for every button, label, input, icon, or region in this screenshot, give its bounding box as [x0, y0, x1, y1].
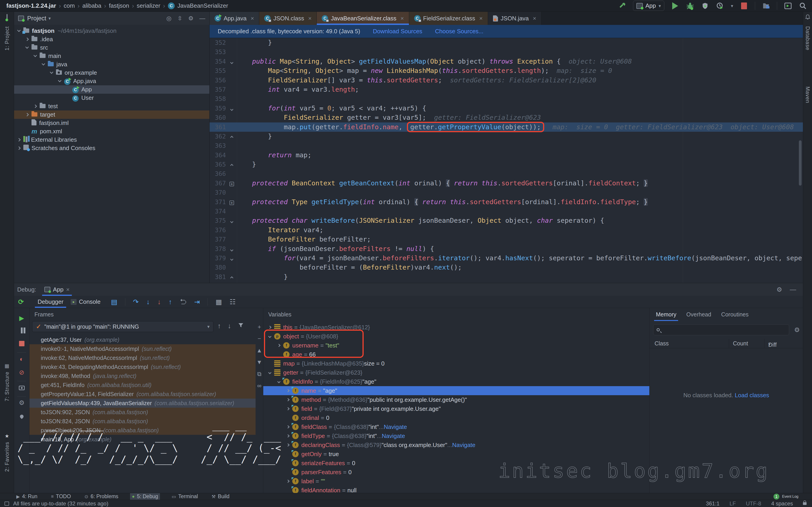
stack-frame[interactable]: invoke0:-1, NativeMethodAccessorImpl(sun…: [30, 344, 256, 353]
tree-item-app[interactable]: CApp: [14, 85, 209, 94]
line-number[interactable]: 370: [210, 188, 227, 197]
variable-row-serialzeFeatures[interactable]: fserialzeFeatures=0: [263, 459, 649, 468]
project-stripe-icon[interactable]: [7, 14, 7, 20]
breadcrumb-item[interactable]: serializer: [137, 2, 160, 9]
close-icon[interactable]: ×: [400, 15, 404, 22]
stop-icon[interactable]: [19, 341, 24, 348]
notifications-bell-icon[interactable]: [805, 14, 811, 21]
variable-row-age[interactable]: fage=66: [263, 350, 649, 359]
memory-settings-gear-icon[interactable]: ⚙: [794, 326, 800, 334]
chevron-icon[interactable]: [286, 434, 290, 438]
event-log-button[interactable]: 1 Event Log: [773, 494, 798, 500]
tree-item--idea[interactable]: .idea: [14, 35, 209, 44]
project-view-chevron-icon[interactable]: ▾: [48, 16, 51, 21]
view-breakpoints-icon[interactable]: ⊘: [19, 369, 24, 376]
line-number[interactable]: 367: [210, 179, 227, 188]
evaluate-expression-icon[interactable]: ▦: [215, 298, 222, 306]
column-class[interactable]: Class: [655, 340, 669, 347]
step-over-icon[interactable]: ↷: [133, 298, 139, 306]
fold-marker[interactable]: [227, 104, 236, 113]
line-number[interactable]: 354: [210, 57, 227, 66]
line-number[interactable]: 380: [210, 263, 227, 272]
chevron-icon[interactable]: [286, 443, 290, 447]
tab-overhead[interactable]: Overhead: [686, 311, 711, 318]
close-icon[interactable]: ×: [66, 286, 69, 293]
chevron-icon[interactable]: [42, 62, 45, 66]
status-window-icon[interactable]: [5, 502, 9, 506]
frame-down-icon[interactable]: ↓: [228, 322, 231, 330]
settings-sliders-icon[interactable]: ☷: [230, 298, 236, 306]
toolwindow-button-terminal[interactable]: ▭Terminal: [170, 493, 200, 500]
pin-tab-icon[interactable]: [20, 413, 23, 420]
build-hammer-icon[interactable]: [618, 2, 626, 10]
status-item[interactable]: LF: [729, 500, 736, 507]
tree-item-app-java[interactable]: CApp.java: [14, 77, 209, 85]
settings-gear-icon[interactable]: ⚙: [188, 15, 194, 22]
fold-marker[interactable]: +: [227, 179, 236, 188]
favorites-star-icon[interactable]: ★: [5, 433, 9, 439]
stack-frame[interactable]: toJSON:824, JSON(com.alibaba.fastjson): [30, 417, 256, 426]
chevron-icon[interactable]: [268, 326, 271, 329]
line-number[interactable]: 357: [210, 85, 227, 94]
breadcrumb-item[interactable]: fastjson-1.2.24.jar: [6, 2, 56, 9]
editor-scrollbar[interactable]: [799, 140, 802, 186]
line-number[interactable]: 360: [210, 113, 227, 122]
status-item[interactable]: 4 spaces: [771, 500, 793, 507]
settings-gear-icon[interactable]: ⚙: [776, 286, 782, 293]
chevron-icon[interactable]: [286, 389, 290, 392]
line-number[interactable]: 365: [210, 160, 227, 169]
line-number[interactable]: 353: [210, 47, 227, 57]
stack-frame[interactable]: getFieldValuesMap:439, JavaBeanSerialize…: [30, 399, 256, 408]
tree-item-fastjson-iml[interactable]: fastjson.iml: [14, 119, 209, 127]
line-number[interactable]: 363: [210, 141, 227, 150]
pause-icon[interactable]: [21, 328, 23, 335]
frame-up-icon[interactable]: ↑: [217, 322, 221, 330]
breadcrumb-item[interactable]: com: [64, 2, 75, 9]
stop-button[interactable]: [740, 2, 748, 10]
tab-debugger[interactable]: Debugger: [34, 296, 67, 308]
stack-frame[interactable]: main:10, App(org.example): [30, 435, 256, 444]
step-into-icon[interactable]: ↓: [146, 298, 150, 306]
chevron-icon[interactable]: [277, 380, 281, 383]
fold-marker[interactable]: [227, 132, 236, 142]
fold-marker[interactable]: [227, 245, 236, 254]
chevron-icon[interactable]: [277, 344, 281, 347]
project-panel-title[interactable]: Project: [27, 15, 46, 22]
fold-marker[interactable]: [227, 57, 236, 66]
run-button[interactable]: [671, 2, 679, 10]
variable-row-fieldAnnotation[interactable]: ffieldAnnotation=null: [263, 486, 649, 493]
variable-row-object[interactable]: pobject={User@608}: [263, 332, 649, 341]
step-out-icon[interactable]: ↑: [168, 298, 172, 306]
line-number[interactable]: 359: [210, 104, 227, 113]
line-number[interactable]: 364: [210, 151, 227, 160]
debugger-settings-gear-icon[interactable]: ⚙: [19, 399, 24, 406]
editor-tab[interactable]: CFieldSerializer.class×: [409, 12, 488, 25]
move-down-icon[interactable]: ▼: [256, 359, 262, 366]
fold-marker[interactable]: [227, 273, 236, 282]
variable-row-ordinal[interactable]: fordinal=0: [263, 413, 649, 422]
close-icon[interactable]: ×: [308, 15, 311, 22]
editor-tab[interactable]: JSON.java×: [488, 12, 542, 25]
tree-item-external-libraries[interactable]: External Libraries: [14, 135, 209, 144]
breadcrumb-item[interactable]: fastjson: [109, 2, 130, 9]
stack-frame[interactable]: toJSON:902, JSON(com.alibaba.fastjson): [30, 408, 256, 417]
line-number[interactable]: 377: [210, 235, 227, 244]
tree-item-user[interactable]: CUser: [14, 94, 209, 102]
run-to-cursor-icon[interactable]: ⇥: [194, 298, 200, 306]
remove-watch-icon[interactable]: −: [258, 335, 261, 342]
line-number[interactable]: 358: [210, 94, 227, 103]
sidebar-item-maven[interactable]: Maven: [805, 87, 811, 103]
toolwindow-button-build[interactable]: ⚒Build: [210, 493, 231, 500]
line-number[interactable]: 361: [210, 122, 227, 132]
resume-icon[interactable]: ▶: [19, 315, 24, 322]
variable-row-getOnly[interactable]: fgetOnly=true: [263, 450, 649, 459]
run-config-selector[interactable]: App ▾: [633, 1, 664, 11]
stack-frame[interactable]: invoke:43, DelegatingMethodAccessorImpl(…: [30, 362, 256, 372]
fold-marker[interactable]: [227, 216, 236, 226]
coverage-button[interactable]: [701, 2, 709, 10]
chevron-icon[interactable]: [50, 70, 53, 74]
line-number[interactable]: 375: [210, 216, 227, 225]
tree-item-test[interactable]: test: [14, 102, 209, 110]
sidebar-item-database[interactable]: Database: [805, 26, 811, 50]
line-number[interactable]: 366: [210, 169, 227, 178]
